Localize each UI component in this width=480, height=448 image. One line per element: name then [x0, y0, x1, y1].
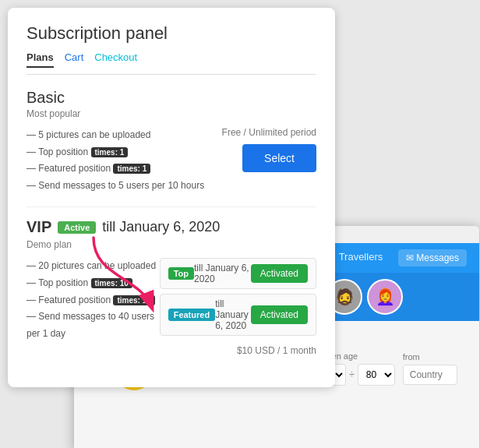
- basic-features: 5 pictures can be uploaded Top position …: [26, 127, 204, 194]
- from-label: from: [403, 352, 457, 362]
- vip-feature-4: Send messages to 40 users per 1 day: [26, 309, 160, 342]
- basic-plan-right: Free / Unlimited period Select: [222, 127, 316, 172]
- times-badge-2: times: 1: [113, 164, 150, 174]
- divider: [26, 206, 316, 207]
- vip-plan: VIP Active till January 6, 2020 Demo pla…: [26, 218, 316, 356]
- vip-features: 20 pictures can be uploaded Top position…: [26, 258, 160, 342]
- tabs: Plans Cart Checkout: [26, 51, 316, 75]
- select-button[interactable]: Select: [242, 144, 316, 172]
- age-max-select[interactable]: 80: [358, 364, 395, 386]
- basic-plan-title: Basic: [26, 89, 316, 107]
- top-position-row: Top till January 6, 2020 Activated: [160, 258, 316, 289]
- vip-price: $10 USD / 1 month: [160, 345, 316, 356]
- top-activated-btn[interactable]: Activated: [251, 264, 308, 283]
- feature-2: Top position times: 1: [26, 144, 204, 161]
- feature-4: Send messages to 5 users per 10 hours: [26, 178, 204, 195]
- nav-travellers[interactable]: Travellers: [339, 251, 383, 266]
- times-badge-1: times: 1: [91, 147, 129, 157]
- featured-activated-btn[interactable]: Activated: [251, 305, 308, 324]
- demo-plan-label: Demo plan: [26, 239, 316, 250]
- times-badge-4: times: 10: [113, 295, 154, 305]
- panel-title: Subscription panel: [26, 23, 316, 44]
- vip-feature-1: 20 pictures can be uploaded: [26, 258, 160, 275]
- messages-button[interactable]: ✉ Messages: [398, 249, 467, 266]
- top-badge: Top: [168, 267, 194, 280]
- vip-feature-2: Top position times: 10: [26, 275, 160, 292]
- tab-cart[interactable]: Cart: [65, 51, 84, 68]
- featured-badge: Featured: [168, 309, 215, 321]
- active-badge: Active: [58, 221, 96, 234]
- vip-feature-3: Featured position times: 10: [26, 292, 160, 309]
- from-group: from: [403, 352, 457, 385]
- basic-plan: Basic Most popular 5 pictures can be upl…: [26, 89, 316, 194]
- avatar-8[interactable]: 👩‍🦰: [367, 279, 403, 315]
- feature-1: 5 pictures can be uploaded: [26, 127, 204, 144]
- country-input[interactable]: [403, 365, 457, 385]
- tab-plans[interactable]: Plans: [26, 51, 54, 68]
- vip-title: VIP: [26, 218, 51, 236]
- tab-checkout[interactable]: Checkout: [94, 51, 137, 68]
- vip-right: Top till January 6, 2020 Activated Featu…: [160, 258, 316, 356]
- featured-until-text: till January 6, 2020: [215, 298, 251, 331]
- vip-until: till January 6, 2020: [102, 219, 220, 235]
- basic-plan-subtitle: Most popular: [26, 108, 316, 119]
- feature-3: Featured position times: 1: [26, 161, 204, 178]
- vip-title-row: VIP Active till January 6, 2020: [26, 218, 316, 236]
- age-separator: ÷: [349, 369, 355, 380]
- top-until-text: till January 6, 2020: [194, 263, 251, 284]
- vip-plan-row: 20 pictures can be uploaded Top position…: [26, 258, 316, 356]
- times-badge-3: times: 10: [91, 278, 132, 288]
- basic-period: Free / Unlimited period: [222, 127, 316, 138]
- featured-position-row: Featured till January 6, 2020 Activated: [160, 294, 316, 336]
- subscription-panel: Subscription panel Plans Cart Checkout B…: [8, 8, 335, 387]
